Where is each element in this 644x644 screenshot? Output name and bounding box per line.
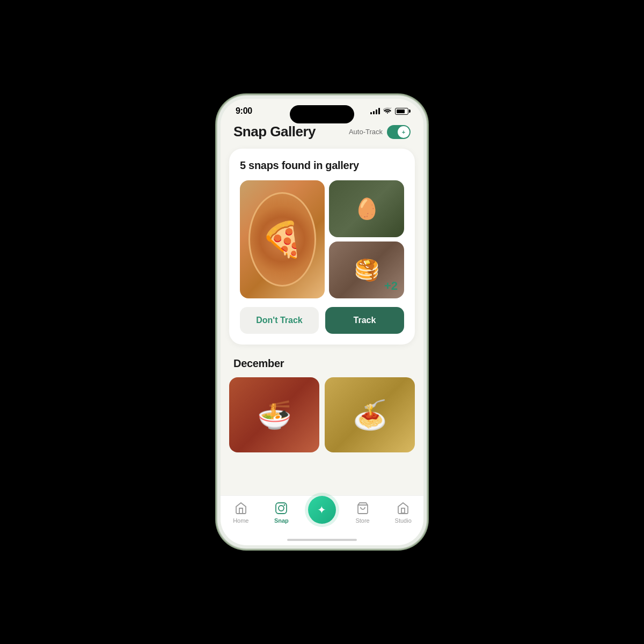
extra-count-badge: +2 (384, 279, 398, 293)
december-section-header: December (221, 355, 423, 377)
home-indicator (221, 535, 423, 545)
nav-label-snap: Snap (274, 517, 289, 524)
snap-card: 5 snaps found in gallery +2 (229, 149, 415, 345)
soup-image-container (229, 377, 319, 452)
snap-count-text: 5 snaps found in gallery (240, 159, 404, 172)
wifi-icon (383, 107, 392, 115)
auto-track-container: Auto-Track + (349, 125, 411, 139)
signal-icon (370, 108, 380, 114)
action-buttons: Don't Track Track (240, 307, 404, 334)
snap-icon (274, 501, 288, 515)
image-grid: +2 (240, 180, 404, 298)
status-icons (370, 107, 408, 115)
svg-rect-4 (401, 508, 405, 513)
nav-label-home: Home (233, 517, 248, 524)
eggs-image (329, 180, 404, 237)
auto-track-label: Auto-Track (349, 128, 383, 136)
nav-item-store[interactable]: Store (347, 501, 379, 524)
toggle-knob-icon: + (402, 129, 405, 135)
pizza-image (240, 180, 325, 298)
dynamic-island (290, 105, 354, 123)
home-bar (287, 539, 357, 541)
store-icon (356, 501, 370, 515)
pizza-image-container (240, 180, 325, 298)
dont-track-button[interactable]: Don't Track (240, 307, 319, 334)
toggle-knob: + (398, 126, 409, 138)
auto-track-toggle[interactable]: + (387, 125, 411, 139)
image-right-column: +2 (329, 180, 404, 298)
battery-icon (395, 108, 408, 115)
status-bar: 9:00 (221, 99, 423, 119)
sparkle-icon: ✦ (317, 503, 326, 516)
scroll-content[interactable]: Snap Gallery Auto-Track + 5 snaps found … (221, 119, 423, 495)
soup-image (229, 377, 319, 452)
track-button[interactable]: Track (325, 307, 404, 334)
nav-item-home[interactable]: Home (225, 501, 257, 524)
phone-screen: 9:00 (221, 99, 423, 545)
eggs-image-container (329, 180, 404, 237)
bottom-nav: Home Snap ✦ (221, 495, 423, 535)
nav-item-snap[interactable]: Snap (265, 501, 297, 524)
page-title: Snap Gallery (233, 123, 316, 140)
home-icon (234, 501, 248, 515)
pancakes-image-container: +2 (329, 241, 404, 298)
status-time: 9:00 (236, 106, 252, 116)
december-grid (221, 377, 423, 463)
svg-point-2 (284, 504, 286, 506)
nav-item-camera[interactable]: ✦ (306, 501, 338, 524)
nav-label-studio: Studio (395, 517, 412, 524)
phone-frame: 9:00 (217, 96, 427, 548)
camera-center-button[interactable]: ✦ (308, 496, 336, 524)
pasta-image (325, 377, 415, 452)
studio-icon (396, 501, 410, 515)
svg-point-1 (279, 506, 284, 511)
nav-label-store: Store (355, 517, 369, 524)
pasta-image-container (325, 377, 415, 452)
nav-item-studio[interactable]: Studio (387, 501, 419, 524)
app-header: Snap Gallery Auto-Track + (221, 119, 423, 149)
